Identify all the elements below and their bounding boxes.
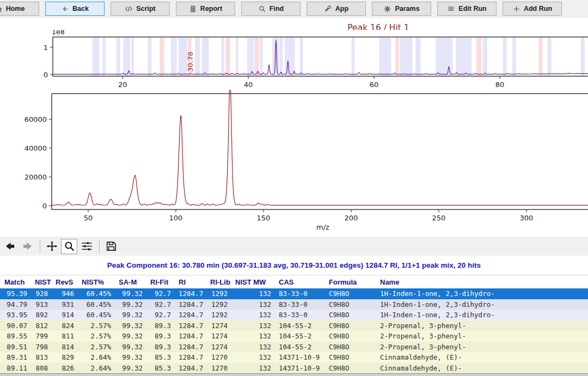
toolbar-button-params[interactable]: Params bbox=[372, 2, 431, 16]
cell-revs: 826 bbox=[51, 364, 77, 372]
sliders-icon[interactable] bbox=[78, 239, 95, 254]
toolbar-button-label: Add Run bbox=[524, 5, 552, 13]
cell-formula: C9H8O bbox=[324, 322, 376, 330]
cell-ri: 1284.7 bbox=[174, 311, 206, 319]
cell-match: 90.07 bbox=[0, 322, 30, 330]
toolbar-button-label: Params bbox=[395, 5, 419, 13]
chromatogram-chart[interactable]: 20406080011e830.78 bbox=[0, 30, 588, 93]
cell-ri-lib: 1274 bbox=[206, 322, 231, 330]
column-header-match[interactable]: Match bbox=[0, 278, 30, 286]
script-icon bbox=[125, 5, 133, 13]
cell-name: 2-Propenal, 3-phenyl- bbox=[376, 332, 588, 340]
toolbar-button-back[interactable]: Back bbox=[45, 2, 105, 16]
svg-text:30.78: 30.78 bbox=[186, 52, 194, 72]
cell-nist-mw: 132 bbox=[231, 300, 274, 309]
cell-nist-mw: 132 bbox=[231, 322, 274, 330]
cell-revs: 931 bbox=[51, 300, 77, 309]
column-header-revs[interactable]: RevS bbox=[51, 278, 77, 286]
cell-ri-lib: 1292 bbox=[206, 300, 231, 309]
hits-table-body: 95.3992894660.45%99.3292.71284.712921328… bbox=[0, 288, 588, 373]
cell-ri-lib: 1270 bbox=[206, 353, 231, 361]
cell-nist-mw: 132 bbox=[231, 332, 274, 340]
column-header-ri-fit[interactable]: RI-Fit bbox=[146, 278, 174, 286]
column-header-sa-m[interactable]: SA-M bbox=[114, 278, 146, 286]
cell-ri: 1284.7 bbox=[174, 353, 206, 361]
zoom-icon[interactable] bbox=[61, 239, 77, 254]
bottom-strip bbox=[0, 373, 588, 376]
cell-cas: 14371-10-9 bbox=[274, 353, 324, 361]
cell-cas: 83-33-0 bbox=[274, 300, 324, 309]
svg-text:100: 100 bbox=[169, 214, 183, 222]
cell-name: Cinnamaldehyde, (E)- bbox=[376, 364, 588, 372]
cell-nist-: 60.45% bbox=[77, 289, 114, 298]
toolbar-separator bbox=[99, 239, 100, 253]
column-header-nist-mw[interactable]: NIST MW bbox=[231, 278, 274, 286]
column-header-formula[interactable]: Formula bbox=[324, 278, 376, 286]
column-header-name[interactable]: Name bbox=[376, 278, 588, 286]
column-header-nist[interactable]: NIST bbox=[30, 278, 51, 286]
table-row[interactable]: 89.517988142.57%99.3289.31284.7127413210… bbox=[0, 342, 588, 353]
table-row[interactable]: 89.118088262.64%99.3285.31284.7127013214… bbox=[0, 363, 588, 374]
cell-nist-: 60.45% bbox=[77, 311, 114, 319]
toolbar-button-app[interactable]: App bbox=[307, 2, 366, 16]
toolbar-button-find[interactable]: Find bbox=[241, 2, 301, 16]
toolbar-button-add-run[interactable]: Add Run bbox=[503, 2, 562, 16]
toolbar-separator bbox=[40, 239, 40, 253]
cell-ri-lib: 1270 bbox=[206, 364, 231, 372]
svg-text:50: 50 bbox=[84, 214, 93, 222]
toolbar-button-label: Report bbox=[200, 5, 222, 13]
cell-match: 89.55 bbox=[0, 332, 30, 340]
svg-text:150: 150 bbox=[257, 214, 271, 222]
cell-nist-: 2.57% bbox=[77, 322, 114, 330]
cell-ri-lib: 1274 bbox=[206, 332, 231, 340]
hits-table: MatchNISTRevSNIST%SA-MRI-FitRIRI-LibNIST… bbox=[0, 275, 588, 373]
cell-nist-: 2.64% bbox=[77, 364, 114, 372]
cell-nist-: 2.57% bbox=[77, 343, 114, 351]
cell-nist-: 2.57% bbox=[77, 332, 114, 340]
plot-nav-toolbar bbox=[0, 237, 588, 256]
column-header-cas[interactable]: CAS bbox=[274, 278, 324, 286]
table-row[interactable]: 89.318138292.64%99.3285.31284.7127013214… bbox=[0, 352, 588, 363]
nav-back-icon[interactable] bbox=[2, 239, 18, 254]
toolbar-button-label: App bbox=[335, 5, 348, 13]
table-row-selected[interactable]: 95.3992894660.45%99.3292.71284.712921328… bbox=[0, 288, 588, 299]
svg-text:1: 1 bbox=[44, 44, 48, 52]
table-row[interactable]: 93.9589291460.45%99.3292.71284.712921328… bbox=[0, 310, 588, 320]
column-header-nist-[interactable]: NIST% bbox=[77, 278, 114, 286]
toolbar-button-script[interactable]: Script bbox=[111, 2, 170, 16]
cell-revs: 829 bbox=[51, 353, 77, 361]
table-row[interactable]: 94.7991393160.45%99.3292.71284.712921328… bbox=[0, 299, 588, 310]
plus-icon bbox=[512, 5, 520, 13]
save-icon[interactable] bbox=[103, 239, 119, 254]
find-icon bbox=[258, 5, 266, 13]
cell-ri-lib: 1274 bbox=[206, 343, 231, 351]
column-header-ri[interactable]: RI bbox=[174, 278, 206, 286]
toolbar-button-edit-run[interactable]: Edit Run bbox=[437, 2, 497, 16]
svg-text:40000: 40000 bbox=[24, 144, 47, 152]
cell-nist-mw: 132 bbox=[231, 353, 274, 361]
main-toolbar: HomeBackScriptReportFindAppParamsEdit Ru… bbox=[0, 0, 588, 18]
cell-ri-lib: 1292 bbox=[206, 311, 231, 319]
cell-nist-: 2.64% bbox=[77, 353, 114, 361]
cell-cas: 14371-10-9 bbox=[274, 364, 324, 372]
cell-sa-m: 99.32 bbox=[114, 332, 146, 340]
cell-name: 2-Propenal, 3-phenyl- bbox=[376, 343, 588, 351]
table-row[interactable]: 90.078128242.57%99.3289.31284.7127413210… bbox=[0, 320, 588, 331]
hits-table-header: MatchNISTRevSNIST%SA-MRI-FitRIRI-LibNIST… bbox=[0, 275, 588, 288]
cell-formula: C9H8O bbox=[324, 289, 376, 298]
cell-match: 93.95 bbox=[0, 311, 30, 319]
cell-name: 1H-Inden-1-one, 2,3-dihydro- bbox=[376, 300, 588, 309]
cell-nist: 928 bbox=[30, 289, 51, 298]
table-row[interactable]: 89.557998112.57%99.3289.31284.7127413210… bbox=[0, 331, 588, 342]
pan-icon[interactable] bbox=[44, 239, 60, 254]
wrench-icon bbox=[324, 5, 332, 13]
toolbar-button-report[interactable]: Report bbox=[176, 2, 235, 16]
cell-nist-mw: 132 bbox=[231, 364, 274, 372]
cell-ri: 1284.7 bbox=[174, 300, 206, 309]
column-header-ri-lib[interactable]: RI-Lib bbox=[206, 278, 231, 286]
toolbar-button-home[interactable]: Home bbox=[0, 2, 39, 16]
svg-text:0: 0 bbox=[42, 202, 47, 210]
svg-text:0: 0 bbox=[44, 71, 48, 79]
mass-spectrum-chart[interactable]: 501001502002503000200004000060000m/z bbox=[0, 90, 588, 236]
svg-text:60000: 60000 bbox=[24, 115, 47, 124]
